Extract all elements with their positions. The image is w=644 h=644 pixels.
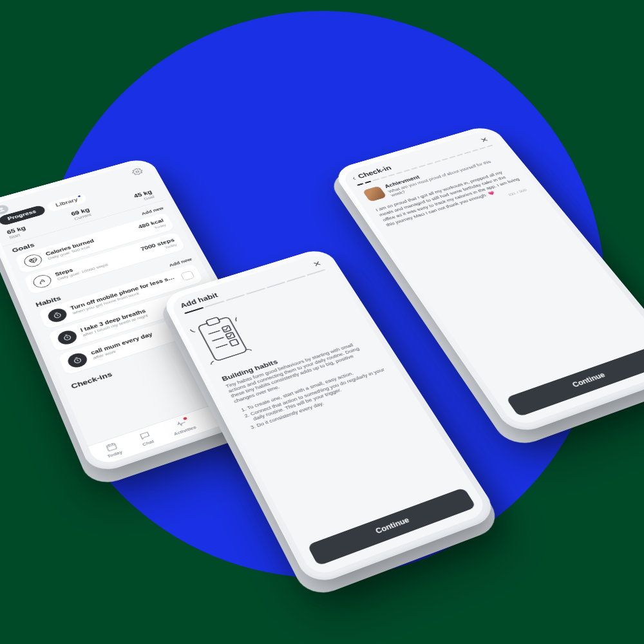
close-icon[interactable]: ✕ — [478, 136, 491, 145]
heart-pulse-icon — [174, 417, 188, 429]
notification-dot — [183, 417, 187, 420]
nav-today-label: Today — [106, 450, 123, 459]
nav-today[interactable]: Today — [102, 440, 123, 459]
svg-rect-6 — [206, 317, 220, 326]
close-icon[interactable]: ✕ — [311, 260, 323, 269]
heart-rate-icon — [22, 252, 44, 269]
heart-icon: 💗 — [487, 191, 496, 196]
svg-point-0 — [136, 171, 139, 173]
nav-activities[interactable]: Activities — [169, 416, 197, 437]
nav-activities-label: Activities — [173, 424, 197, 437]
calendar-icon — [104, 440, 118, 452]
notification-dot — [78, 195, 81, 197]
chat-icon — [138, 430, 152, 441]
back-icon[interactable]: ‹ — [350, 175, 357, 182]
clock-icon — [46, 307, 69, 324]
settings-icon[interactable] — [131, 167, 144, 176]
svg-rect-9 — [229, 339, 239, 346]
svg-rect-5 — [198, 317, 247, 361]
nav-chat[interactable]: Chat — [137, 430, 155, 447]
steps-icon — [31, 273, 53, 290]
clock-icon — [66, 351, 90, 370]
clock-icon — [55, 328, 79, 346]
user-icon — [0, 206, 7, 214]
nav-chat-label: Chat — [142, 439, 155, 447]
